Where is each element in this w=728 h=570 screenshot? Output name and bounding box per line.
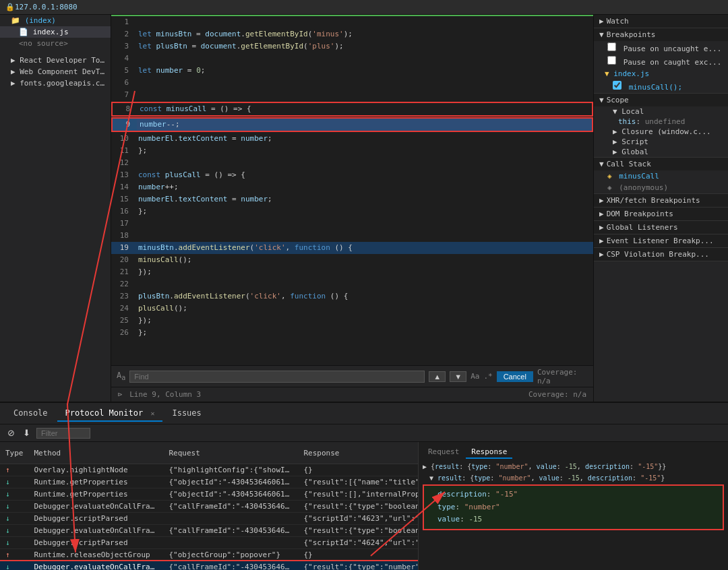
callstack-file-icon: ◈ xyxy=(607,172,612,181)
pause-uncaught-checkbox[interactable] xyxy=(607,42,616,51)
console-tab-label: Console xyxy=(13,408,48,418)
callstack-anon[interactable]: ◈ (anonymous) xyxy=(594,182,728,193)
csp-header[interactable]: ▶ CSP Violation Breakp... xyxy=(594,248,728,261)
line-code-24: plusCall(); xyxy=(135,303,593,315)
scope-global[interactable]: ▶ Global xyxy=(594,147,728,157)
table-row[interactable]: ↓ Debugger.scriptParsed {"scriptId":"462… xyxy=(0,537,418,549)
global-listeners-header[interactable]: ▶ Global Listeners xyxy=(594,221,728,234)
global-expand-icon: ▶ xyxy=(599,223,604,232)
cell-response: {"scriptId":"4624","url":"",... xyxy=(299,537,419,549)
dom-label: DOM Breakpoints xyxy=(607,210,673,218)
line-num-6: 6 xyxy=(111,77,135,89)
line-num-18: 18 xyxy=(111,230,135,242)
sidebar-item-nosource[interactable]: <no source> xyxy=(0,38,111,49)
line-code-20: minusCall(); xyxy=(135,254,593,266)
line-code-9: number--; xyxy=(137,119,592,131)
line-num-23: 23 xyxy=(111,290,135,303)
request-tab[interactable]: Request xyxy=(423,446,464,459)
download-button[interactable]: ⬇ xyxy=(21,427,32,439)
col-request: Request xyxy=(164,442,299,464)
bp-function-item[interactable]: minusCall(); xyxy=(594,80,728,93)
event-listener-header[interactable]: ▶ Event Listener Breakp... xyxy=(594,234,728,247)
find-input[interactable] xyxy=(129,371,425,383)
protocol-monitor-tab-label: Protocol Monitor xyxy=(65,408,144,418)
line-num-25: 25 xyxy=(111,315,135,327)
code-editor[interactable]: 1 2 let minusBtn = document.getElementBy… xyxy=(111,16,593,365)
sidebar-item-index[interactable]: 📁 (index) xyxy=(0,15,111,26)
response-sub-line: ▼ result: {type: "number", value: -15, d… xyxy=(423,473,724,483)
tab-protocol-monitor[interactable]: Protocol Monitor ✕ xyxy=(57,406,163,422)
response-tab[interactable]: Response xyxy=(466,446,512,459)
table-row-selected[interactable]: ↓ Debugger.evaluateOnCallFrame {"callFra… xyxy=(0,561,418,571)
table-row[interactable]: ↓ Debugger.evaluateOnCallFrame {"callFra… xyxy=(0,501,418,513)
scope-this: this: undefined xyxy=(594,117,728,127)
filter-input[interactable] xyxy=(36,428,90,439)
callstack-minus-label: minusCall xyxy=(619,172,659,181)
line-row: 7 xyxy=(111,89,593,101)
event-listener-label: Event Listener Breakp... xyxy=(607,236,714,245)
bp-function-checkbox[interactable] xyxy=(613,81,621,90)
protocol-monitor-close-icon[interactable]: ✕ xyxy=(150,410,154,417)
table-row[interactable]: ↓ Debugger.scriptParsed {"scriptId":"462… xyxy=(0,513,418,525)
csp-label: CSP Violation Breakp... xyxy=(607,250,709,259)
line-col-label: Line 9, Column 3 xyxy=(129,390,201,399)
sidebar-item-webcomp[interactable]: ▶ Web Component DevTools xyxy=(0,66,111,77)
dom-header[interactable]: ▶ DOM Breakpoints xyxy=(594,208,728,220)
table-row[interactable]: ↑ Overlay.highlightNode {"highlightConfi… xyxy=(0,464,418,476)
callstack-minus[interactable]: ◈ minusCall xyxy=(594,170,728,182)
request-tab-label: Request xyxy=(428,447,459,456)
cell-response: {} xyxy=(299,549,419,561)
find-bar: Aa ▲ ▼ Aa .* Cancel Coverage: n/a xyxy=(111,365,593,387)
find-prev-button[interactable]: ▲ xyxy=(429,371,446,382)
arrow-down-icon: ↓ xyxy=(5,502,10,511)
callstack-header[interactable]: ▼ Call Stack xyxy=(594,158,728,170)
tab-console[interactable]: Console xyxy=(5,406,56,422)
bp-pause-caught[interactable]: Pause on caught exc... xyxy=(594,55,728,68)
line-row: 3 let plusBtn = document.getElementById(… xyxy=(111,40,593,53)
clear-button[interactable]: ⊘ xyxy=(5,427,17,439)
line-row: 21 }); xyxy=(111,266,593,278)
line-row: 13 const plusCall = () => { xyxy=(111,169,593,181)
scope-this-label: this xyxy=(618,117,636,126)
watch-section: ▶ Watch xyxy=(594,15,728,28)
line-row: 10 numberEl.textContent = number; xyxy=(111,133,593,145)
watch-header[interactable]: ▶ Watch xyxy=(594,15,728,28)
url-display[interactable]: 127.0.0.1:8080 xyxy=(15,3,78,11)
sidebar-item-indexjs[interactable]: 📄 index.js xyxy=(0,26,111,38)
table-row[interactable]: ↓ Debugger.evaluateOnCallFrame {"callFra… xyxy=(0,525,418,537)
tab-issues[interactable]: Issues xyxy=(164,406,209,422)
line-row: 11 }; xyxy=(111,145,593,157)
breakpoints-header[interactable]: ▼ Breakpoints xyxy=(594,28,728,41)
xhr-header[interactable]: ▶ XHR/fetch Breakpoints xyxy=(594,194,728,207)
table-row[interactable]: ↑ Runtime.releaseObjectGroup {"objectGro… xyxy=(0,549,418,561)
xhr-expand-icon: ▶ xyxy=(599,196,604,205)
line-code-8: const minusCall = () => { xyxy=(137,103,592,115)
find-cancel-button[interactable]: Cancel xyxy=(497,371,533,382)
scope-script[interactable]: ▶ Script xyxy=(594,137,728,147)
response-content: ▶ {result: {type: "number", value: -15, … xyxy=(423,462,724,530)
scope-global-label: ▶ Global xyxy=(613,148,648,156)
scope-expand-icon: ▼ xyxy=(599,96,604,104)
cell-method: Runtime.getProperties xyxy=(29,488,164,501)
line-num-22: 22 xyxy=(111,278,135,290)
table-row[interactable]: ↓ Runtime.getProperties {"objectId":"-43… xyxy=(0,488,418,501)
bottom-toolbar: ⊘ ⬇ xyxy=(0,424,728,442)
pause-caught-checkbox[interactable] xyxy=(607,56,616,65)
table-row[interactable]: ↓ Runtime.getProperties {"objectId":"-43… xyxy=(0,476,418,488)
col-response: Response xyxy=(299,442,419,464)
line-num-16: 16 xyxy=(111,205,135,218)
bp-function-label: minusCall(); xyxy=(629,83,682,92)
response-highlight-box: description: "-15" type: "number" value:… xyxy=(423,484,724,530)
cell-request: {"highlightConfig":{"showInf... xyxy=(164,464,299,476)
cell-response: {"result":{"type":"number",... xyxy=(299,561,419,571)
find-next-button[interactable]: ▼ xyxy=(450,371,466,382)
sidebar-item-fonts[interactable]: ▶ fonts.googleapis.com xyxy=(0,77,111,89)
file-icon: 📄 xyxy=(19,28,33,36)
scope-closure[interactable]: ▶ Closure (window.c... xyxy=(594,127,728,137)
line-num-14: 14 xyxy=(111,181,135,193)
bp-pause-uncaught[interactable]: Pause on uncaught e... xyxy=(594,41,728,55)
scope-header[interactable]: ▼ Scope xyxy=(594,94,728,106)
sidebar-item-react[interactable]: ▶ React Developer Tools xyxy=(0,55,111,66)
highlight-value: value: -15 xyxy=(437,513,717,526)
scope-local[interactable]: ▼ Local xyxy=(594,106,728,117)
